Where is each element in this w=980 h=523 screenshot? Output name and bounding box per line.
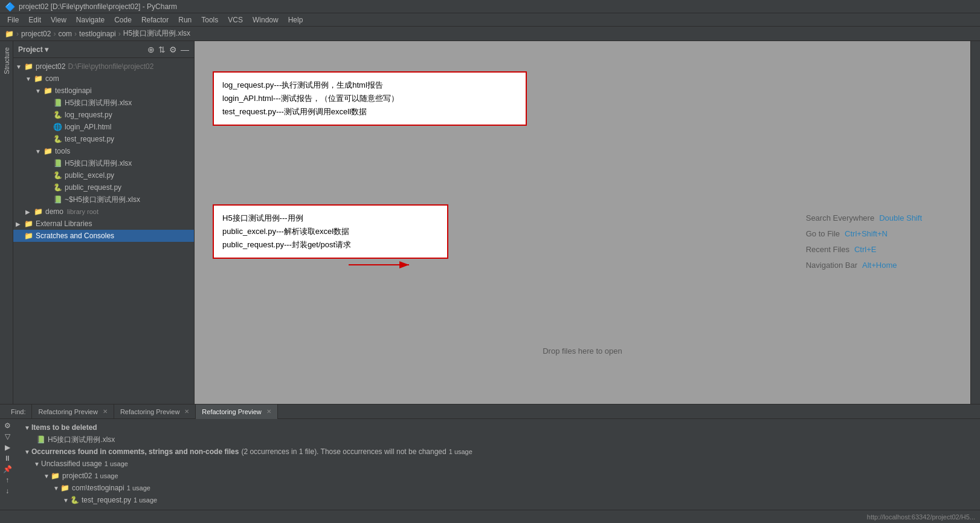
debug-bottom-icon[interactable]: ⏸	[4, 454, 11, 463]
tree-item-h5xlsx1[interactable]: 📗H5接口测试用例.xlsx	[13, 97, 194, 109]
run-bottom-icon[interactable]: ▶	[5, 443, 10, 452]
menu-edit[interactable]: Edit	[24, 13, 46, 27]
close-tab-3[interactable]: ✕	[266, 404, 271, 419]
refactoring-preview-tab-3[interactable]: Refactoring Preview ✕	[196, 404, 277, 419]
project-header-icons: ⊕ ⇅ ⚙ —	[147, 45, 189, 54]
tree-item-h5xlsx2[interactable]: 📗H5接口测试用例.xlsx	[13, 157, 194, 169]
tree-label-ext_lib: External Libraries	[36, 219, 92, 228]
tree-arrow-tools: ▼	[35, 148, 44, 155]
locate-icon[interactable]: ⊕	[147, 45, 155, 54]
com-testloginapi-row[interactable]: ▼ 📁 com\testloginapi 1 usage	[19, 482, 961, 494]
breadcrumb-item3[interactable]: testloginapi	[79, 30, 116, 38]
breadcrumb-item1[interactable]: project02	[21, 30, 51, 38]
menu-refactor[interactable]: Refactor	[137, 13, 173, 27]
tree-icon-public_request: 🐍	[53, 183, 62, 192]
tree-item-tools[interactable]: ▼📁tools	[13, 145, 194, 157]
tree-item-tilde_h5[interactable]: 📗~$H5接口测试用例.xlsx	[13, 193, 194, 206]
menu-file[interactable]: File	[2, 13, 24, 27]
tree-item-test_request[interactable]: 🐍test_request.py	[13, 133, 194, 145]
statusbar: http://localhost:63342/project02/H5...	[0, 510, 980, 523]
menu-run[interactable]: Run	[173, 13, 196, 27]
close-tab-2[interactable]: ✕	[184, 404, 189, 419]
arrow-down-icon[interactable]: ↓	[5, 487, 9, 495]
refactoring-preview-tab-2[interactable]: Refactoring Preview ✕	[114, 404, 196, 419]
tree-item-demo[interactable]: ▶📁demolibrary root	[13, 206, 194, 218]
tree-item-ext_lib[interactable]: ▶📁External Libraries	[13, 218, 194, 230]
breadcrumb-item4[interactable]: H5接口测试用例.xlsx	[123, 28, 190, 39]
settings-icon[interactable]: ⚙	[169, 45, 177, 54]
com-testloginapi-arrow: ▼	[53, 485, 60, 492]
find-tab[interactable]: Find:	[5, 404, 32, 419]
arrow-up-icon[interactable]: ↑	[5, 476, 9, 484]
refactoring-preview-tab-1[interactable]: Refactoring Preview ✕	[32, 404, 114, 419]
titlebar: 🔷 project02 [D:\File\pythonfile\project0…	[0, 0, 980, 13]
bottom-right-icons	[965, 419, 980, 510]
app-icon: 🔷	[5, 2, 15, 11]
menu-window[interactable]: Window	[248, 13, 283, 27]
settings-bottom-icon[interactable]: ⚙	[4, 421, 11, 430]
collapse-icon[interactable]: —	[181, 45, 189, 54]
bottom-content: ⚙ ▽ ▶ ⏸ 📌 ↑ ↓ ▼ Items to be deleted 📗 H5…	[0, 419, 980, 510]
test-request-row[interactable]: ▼ 🐍 test_request.py 1 usage	[19, 494, 961, 506]
main-area: Structure Project ▾ ⊕ ⇅ ⚙ — ▼📁project02D…	[0, 41, 980, 404]
tree-icon-demo: 📁	[34, 207, 43, 216]
breadcrumb-icon: 📁	[5, 30, 14, 38]
tree-label-test_request: test_request.py	[65, 135, 114, 143]
menu-help[interactable]: Help	[283, 13, 308, 27]
bottom-tabs: Find: Refactoring Preview ✕ Refactoring …	[0, 404, 980, 419]
pin-bottom-icon[interactable]: 📌	[3, 465, 12, 473]
tree-item-public_excel[interactable]: 🐍public_excel.py	[13, 169, 194, 181]
tree-arrow-project02: ▼	[16, 63, 24, 70]
tree-item-log_request[interactable]: 🐍log_request.py	[13, 109, 194, 121]
annotation-box-1: log_request.py---执行测试用例，生成html报告 login_A…	[213, 71, 527, 126]
menu-navigate[interactable]: Navigate	[71, 13, 109, 27]
unclassified-row[interactable]: ▼ Unclassified usage 1 usage	[19, 458, 961, 470]
occurrences-badge: 1 usage	[449, 448, 472, 455]
ann1-line2: login_API.html---测试报告，（位置可以随意些写）	[222, 92, 517, 105]
tree-label-h5xlsx2: H5接口测试用例.xlsx	[65, 158, 132, 169]
test-request-label: test_request.py	[82, 496, 131, 504]
tree-icon-test_request: 🐍	[53, 135, 62, 143]
tree-icon-ext_lib: 📁	[24, 219, 33, 228]
structure-tab[interactable]: Structure	[3, 47, 10, 74]
filter-bottom-icon[interactable]: ▽	[5, 432, 10, 441]
tree-label-com: com	[45, 74, 59, 83]
test-request-arrow: ▼	[63, 497, 70, 504]
occurrences-arrow: ▼	[24, 449, 31, 455]
menu-vcs[interactable]: VCS	[223, 13, 248, 27]
menubar: FileEditViewNavigateCodeRefactorRunTools…	[0, 13, 980, 27]
menu-view[interactable]: View	[46, 13, 71, 27]
go-to-file-hint: Go to File Ctrl+Shift+N	[806, 226, 922, 242]
tree-label-demo: demo	[45, 207, 63, 216]
h5xlsx-delete-label: H5接口测试用例.xlsx	[48, 435, 115, 445]
annotation-box-2: H5接口测试用例---用例 public_excel.py---解析读取exce…	[213, 204, 448, 259]
occurrences-row[interactable]: ▼ Occurrences found in comments, strings…	[19, 446, 961, 458]
tree-item-public_request[interactable]: 🐍public_request.py	[13, 181, 194, 193]
tree-arrow-com: ▼	[25, 76, 34, 82]
ann2-line3: public_request.py---封装get/post请求	[222, 238, 439, 252]
project02-arrow: ▼	[44, 473, 51, 479]
unclassified-label: Unclassified usage	[41, 460, 102, 468]
project02-row[interactable]: ▼ 📁 project02 1 usage	[19, 470, 961, 482]
drop-hint: Drop files here to open	[543, 346, 622, 356]
breadcrumb-item2[interactable]: com	[58, 30, 72, 38]
ann2-line1: H5接口测试用例---用例	[222, 212, 439, 225]
tree-item-com[interactable]: ▼📁com	[13, 73, 194, 85]
tree-icon-project02: 📁	[24, 62, 33, 71]
close-tab-1[interactable]: ✕	[103, 404, 108, 419]
project-panel: Project ▾ ⊕ ⇅ ⚙ — ▼📁project02D:\File\pyt…	[13, 41, 195, 404]
statusbar-right: http://localhost:63342/project02/H5...	[867, 513, 975, 521]
h5xlsx-delete-row[interactable]: 📗 H5接口测试用例.xlsx	[19, 434, 961, 446]
tree-icon-login_api: 🌐	[53, 123, 62, 131]
occurrences-label: Occurrences found in comments, strings a…	[31, 447, 239, 456]
tree-item-scratches[interactable]: 📁Scratches and Consoles	[13, 230, 194, 242]
tree-item-project02[interactable]: ▼📁project02D:\File\pythonfile\project02	[13, 60, 194, 73]
sort-icon[interactable]: ⇅	[158, 45, 166, 54]
test-request-py-icon: 🐍	[70, 496, 79, 504]
tree-arrow-demo: ▶	[25, 209, 34, 215]
items-to-delete-row[interactable]: ▼ Items to be deleted	[19, 421, 961, 434]
menu-code[interactable]: Code	[109, 13, 137, 27]
menu-tools[interactable]: Tools	[196, 13, 223, 27]
tree-item-testloginapi[interactable]: ▼📁testloginapi	[13, 85, 194, 97]
tree-item-login_api[interactable]: 🌐login_API.html	[13, 121, 194, 133]
